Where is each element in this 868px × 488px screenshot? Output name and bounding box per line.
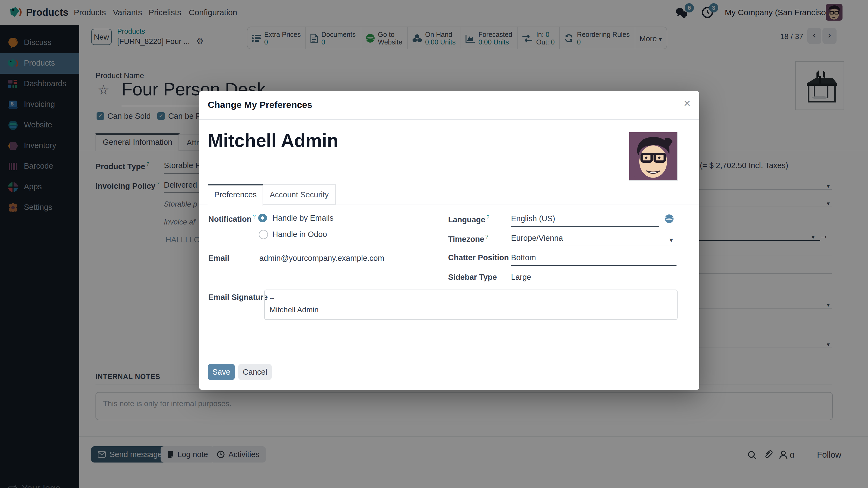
chatter-position-field[interactable]: Bottom: [511, 253, 536, 262]
radio-handle-by-emails-label[interactable]: Handle by Emails: [272, 214, 334, 222]
help-icon[interactable]: ?: [253, 214, 256, 220]
timezone-field[interactable]: Europe/Vienna: [511, 234, 563, 242]
chatter-position-underline: [511, 265, 677, 266]
user-profile-image: [629, 132, 677, 180]
tab-preferences[interactable]: Preferences: [208, 184, 263, 206]
sidebar-type-field[interactable]: Large: [511, 273, 531, 282]
user-profile-photo[interactable]: [629, 132, 678, 181]
email-signature-label: Email Signature: [208, 293, 268, 301]
signature-line1: --: [270, 294, 677, 302]
dialog-header-divider: [199, 119, 699, 120]
email-underline: [259, 266, 433, 266]
save-button[interactable]: Save: [208, 364, 235, 380]
email-signature-editor[interactable]: -- Mitchell Admin: [264, 290, 678, 320]
dialog-title: Change My Preferences: [208, 100, 312, 110]
radio-handle-by-emails[interactable]: [258, 214, 267, 222]
help-icon[interactable]: ?: [486, 214, 489, 220]
close-icon[interactable]: ×: [684, 97, 691, 110]
user-name-heading: Mitchell Admin: [208, 130, 338, 151]
chevron-down-icon[interactable]: ▾: [670, 236, 673, 244]
email-field[interactable]: admin@yourcompany.example.com: [259, 254, 384, 262]
chatter-position-label: Chatter Position: [448, 253, 509, 262]
preferences-dialog: Change My Preferences × Mitchell Admin P…: [199, 91, 699, 390]
timezone-underline: [511, 246, 677, 246]
sidebar-type-label: Sidebar Type: [448, 273, 497, 282]
radio-handle-in-odoo-label[interactable]: Handle in Odoo: [272, 230, 327, 238]
timezone-label: Timezone?: [448, 234, 488, 243]
help-icon[interactable]: ?: [485, 234, 488, 240]
screen: Products Products Variants Pricelists Co…: [0, 0, 868, 488]
globe-icon[interactable]: [664, 214, 674, 223]
dialog-tab-divider: [199, 204, 699, 204]
sidebar-type-underline: [511, 285, 677, 285]
language-field[interactable]: English (US): [511, 214, 555, 223]
notification-label: Notification?: [208, 214, 256, 223]
cancel-button[interactable]: Cancel: [238, 364, 272, 380]
language-underline: [511, 226, 659, 227]
signature-line2: Mitchell Admin: [270, 305, 677, 314]
tab-account-security[interactable]: Account Security: [262, 184, 336, 205]
radio-handle-in-odoo[interactable]: [259, 230, 268, 239]
email-label: Email: [208, 254, 229, 262]
dialog-footer-divider: [199, 356, 699, 356]
language-label: Language?: [448, 214, 489, 224]
